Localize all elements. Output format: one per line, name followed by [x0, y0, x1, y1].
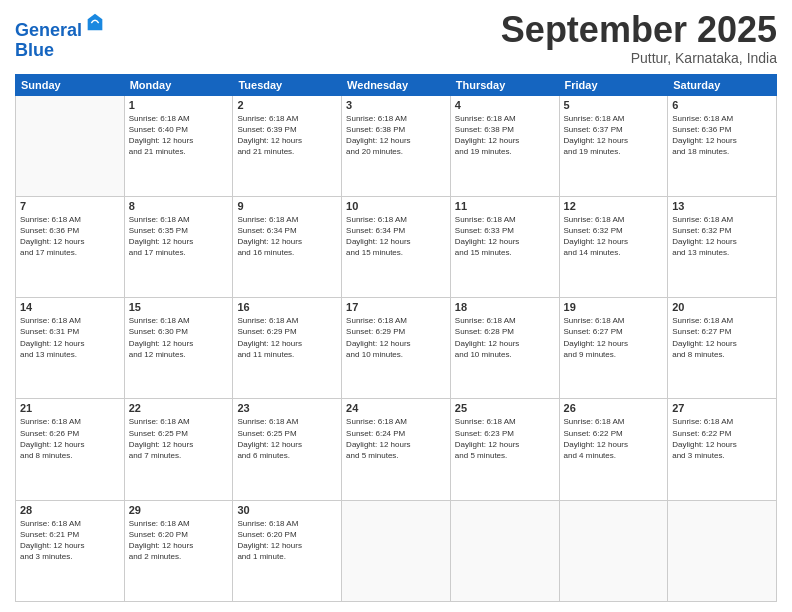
day-number: 19 — [564, 301, 664, 313]
day-cell: 23Sunrise: 6:18 AM Sunset: 6:25 PM Dayli… — [233, 399, 342, 500]
day-number: 26 — [564, 402, 664, 414]
day-info: Sunrise: 6:18 AM Sunset: 6:34 PM Dayligh… — [237, 214, 337, 259]
weekday-header-sunday: Sunday — [16, 74, 125, 95]
day-number: 11 — [455, 200, 555, 212]
day-number: 2 — [237, 99, 337, 111]
day-cell: 17Sunrise: 6:18 AM Sunset: 6:29 PM Dayli… — [342, 298, 451, 399]
day-info: Sunrise: 6:18 AM Sunset: 6:29 PM Dayligh… — [346, 315, 446, 360]
day-number: 17 — [346, 301, 446, 313]
day-number: 22 — [129, 402, 229, 414]
day-number: 21 — [20, 402, 120, 414]
day-number: 8 — [129, 200, 229, 212]
day-info: Sunrise: 6:18 AM Sunset: 6:22 PM Dayligh… — [564, 416, 664, 461]
day-number: 23 — [237, 402, 337, 414]
month-title: September 2025 — [501, 10, 777, 50]
day-number: 4 — [455, 99, 555, 111]
week-row-3: 14Sunrise: 6:18 AM Sunset: 6:31 PM Dayli… — [16, 298, 777, 399]
day-info: Sunrise: 6:18 AM Sunset: 6:31 PM Dayligh… — [20, 315, 120, 360]
day-info: Sunrise: 6:18 AM Sunset: 6:20 PM Dayligh… — [129, 518, 229, 563]
day-cell: 25Sunrise: 6:18 AM Sunset: 6:23 PM Dayli… — [450, 399, 559, 500]
day-info: Sunrise: 6:18 AM Sunset: 6:30 PM Dayligh… — [129, 315, 229, 360]
day-info: Sunrise: 6:18 AM Sunset: 6:38 PM Dayligh… — [455, 113, 555, 158]
day-cell — [450, 500, 559, 601]
week-row-5: 28Sunrise: 6:18 AM Sunset: 6:21 PM Dayli… — [16, 500, 777, 601]
week-row-2: 7Sunrise: 6:18 AM Sunset: 6:36 PM Daylig… — [16, 196, 777, 297]
day-cell: 10Sunrise: 6:18 AM Sunset: 6:34 PM Dayli… — [342, 196, 451, 297]
day-cell: 13Sunrise: 6:18 AM Sunset: 6:32 PM Dayli… — [668, 196, 777, 297]
day-number: 12 — [564, 200, 664, 212]
day-info: Sunrise: 6:18 AM Sunset: 6:32 PM Dayligh… — [564, 214, 664, 259]
day-cell: 5Sunrise: 6:18 AM Sunset: 6:37 PM Daylig… — [559, 95, 668, 196]
day-cell: 20Sunrise: 6:18 AM Sunset: 6:27 PM Dayli… — [668, 298, 777, 399]
week-row-4: 21Sunrise: 6:18 AM Sunset: 6:26 PM Dayli… — [16, 399, 777, 500]
day-cell — [16, 95, 125, 196]
day-info: Sunrise: 6:18 AM Sunset: 6:32 PM Dayligh… — [672, 214, 772, 259]
day-info: Sunrise: 6:18 AM Sunset: 6:33 PM Dayligh… — [455, 214, 555, 259]
day-cell — [559, 500, 668, 601]
day-number: 24 — [346, 402, 446, 414]
day-info: Sunrise: 6:18 AM Sunset: 6:22 PM Dayligh… — [672, 416, 772, 461]
day-cell: 12Sunrise: 6:18 AM Sunset: 6:32 PM Dayli… — [559, 196, 668, 297]
day-info: Sunrise: 6:18 AM Sunset: 6:21 PM Dayligh… — [20, 518, 120, 563]
day-cell — [668, 500, 777, 601]
weekday-header-tuesday: Tuesday — [233, 74, 342, 95]
day-cell: 2Sunrise: 6:18 AM Sunset: 6:39 PM Daylig… — [233, 95, 342, 196]
day-number: 10 — [346, 200, 446, 212]
day-info: Sunrise: 6:18 AM Sunset: 6:28 PM Dayligh… — [455, 315, 555, 360]
logo: General Blue — [15, 14, 106, 61]
title-block: September 2025 Puttur, Karnataka, India — [501, 10, 777, 66]
logo-text-blue: Blue — [15, 41, 106, 61]
day-cell: 11Sunrise: 6:18 AM Sunset: 6:33 PM Dayli… — [450, 196, 559, 297]
day-cell: 29Sunrise: 6:18 AM Sunset: 6:20 PM Dayli… — [124, 500, 233, 601]
day-number: 29 — [129, 504, 229, 516]
day-info: Sunrise: 6:18 AM Sunset: 6:27 PM Dayligh… — [564, 315, 664, 360]
day-cell: 3Sunrise: 6:18 AM Sunset: 6:38 PM Daylig… — [342, 95, 451, 196]
day-cell: 24Sunrise: 6:18 AM Sunset: 6:24 PM Dayli… — [342, 399, 451, 500]
week-row-1: 1Sunrise: 6:18 AM Sunset: 6:40 PM Daylig… — [16, 95, 777, 196]
day-cell: 21Sunrise: 6:18 AM Sunset: 6:26 PM Dayli… — [16, 399, 125, 500]
day-number: 3 — [346, 99, 446, 111]
header: General Blue September 2025 Puttur, Karn… — [15, 10, 777, 66]
day-number: 28 — [20, 504, 120, 516]
day-info: Sunrise: 6:18 AM Sunset: 6:35 PM Dayligh… — [129, 214, 229, 259]
day-number: 30 — [237, 504, 337, 516]
day-cell: 26Sunrise: 6:18 AM Sunset: 6:22 PM Dayli… — [559, 399, 668, 500]
weekday-header-saturday: Saturday — [668, 74, 777, 95]
day-cell: 6Sunrise: 6:18 AM Sunset: 6:36 PM Daylig… — [668, 95, 777, 196]
day-info: Sunrise: 6:18 AM Sunset: 6:38 PM Dayligh… — [346, 113, 446, 158]
logo-text: General — [15, 14, 106, 41]
page: General Blue September 2025 Puttur, Karn… — [0, 0, 792, 612]
day-number: 14 — [20, 301, 120, 313]
day-number: 9 — [237, 200, 337, 212]
day-cell: 9Sunrise: 6:18 AM Sunset: 6:34 PM Daylig… — [233, 196, 342, 297]
calendar-table: SundayMondayTuesdayWednesdayThursdayFrid… — [15, 74, 777, 602]
day-info: Sunrise: 6:18 AM Sunset: 6:24 PM Dayligh… — [346, 416, 446, 461]
weekday-header-row: SundayMondayTuesdayWednesdayThursdayFrid… — [16, 74, 777, 95]
weekday-header-friday: Friday — [559, 74, 668, 95]
day-info: Sunrise: 6:18 AM Sunset: 6:29 PM Dayligh… — [237, 315, 337, 360]
day-info: Sunrise: 6:18 AM Sunset: 6:36 PM Dayligh… — [672, 113, 772, 158]
day-cell: 4Sunrise: 6:18 AM Sunset: 6:38 PM Daylig… — [450, 95, 559, 196]
day-info: Sunrise: 6:18 AM Sunset: 6:25 PM Dayligh… — [237, 416, 337, 461]
day-number: 27 — [672, 402, 772, 414]
day-cell: 1Sunrise: 6:18 AM Sunset: 6:40 PM Daylig… — [124, 95, 233, 196]
day-cell: 22Sunrise: 6:18 AM Sunset: 6:25 PM Dayli… — [124, 399, 233, 500]
day-info: Sunrise: 6:18 AM Sunset: 6:37 PM Dayligh… — [564, 113, 664, 158]
day-number: 7 — [20, 200, 120, 212]
subtitle: Puttur, Karnataka, India — [501, 50, 777, 66]
day-number: 16 — [237, 301, 337, 313]
weekday-header-wednesday: Wednesday — [342, 74, 451, 95]
day-number: 6 — [672, 99, 772, 111]
day-cell: 19Sunrise: 6:18 AM Sunset: 6:27 PM Dayli… — [559, 298, 668, 399]
day-cell: 30Sunrise: 6:18 AM Sunset: 6:20 PM Dayli… — [233, 500, 342, 601]
day-cell — [342, 500, 451, 601]
day-info: Sunrise: 6:18 AM Sunset: 6:25 PM Dayligh… — [129, 416, 229, 461]
weekday-header-monday: Monday — [124, 74, 233, 95]
day-number: 25 — [455, 402, 555, 414]
day-info: Sunrise: 6:18 AM Sunset: 6:26 PM Dayligh… — [20, 416, 120, 461]
day-cell: 7Sunrise: 6:18 AM Sunset: 6:36 PM Daylig… — [16, 196, 125, 297]
day-info: Sunrise: 6:18 AM Sunset: 6:36 PM Dayligh… — [20, 214, 120, 259]
day-info: Sunrise: 6:18 AM Sunset: 6:39 PM Dayligh… — [237, 113, 337, 158]
day-cell: 18Sunrise: 6:18 AM Sunset: 6:28 PM Dayli… — [450, 298, 559, 399]
day-info: Sunrise: 6:18 AM Sunset: 6:40 PM Dayligh… — [129, 113, 229, 158]
